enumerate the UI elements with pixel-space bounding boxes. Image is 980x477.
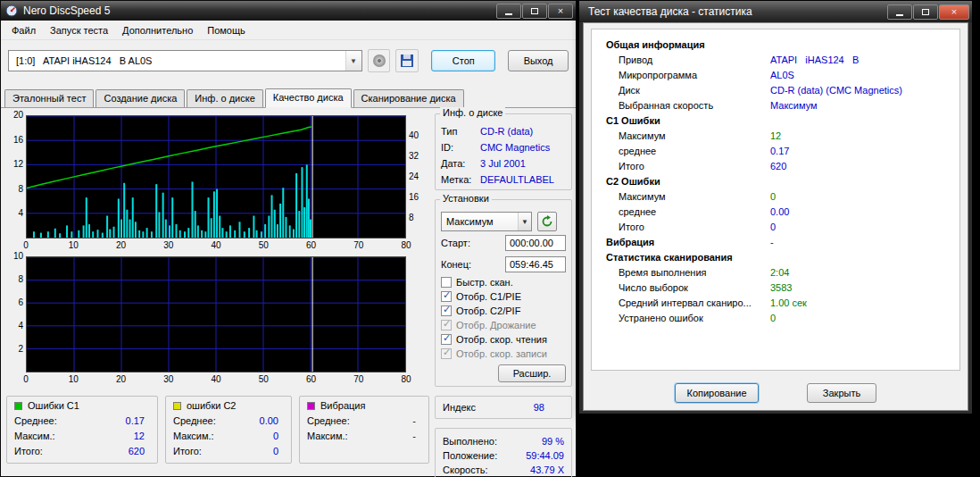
vibration-avg-label: Среднее: — [307, 415, 350, 426]
axis-tick-label: 16 — [13, 135, 23, 145]
axis-tick-label: 10 — [69, 240, 79, 250]
drive-selector[interactable]: [1:0] ATAPI iHAS124 B AL0S ▼ — [8, 50, 362, 71]
c1-chart-x-axis: 01020304050607080 — [26, 238, 406, 253]
maximize-icon — [922, 9, 929, 15]
disc-date-label: Дата: — [441, 158, 480, 169]
minimize-button[interactable] — [887, 4, 912, 20]
c1-box-title: Ошибки C1 — [28, 400, 79, 411]
menu-help[interactable]: Помощь — [200, 22, 253, 38]
axis-tick-label: 40 — [211, 374, 220, 384]
tab-disc-info[interactable]: Инф. о диске — [187, 89, 262, 107]
checkbox-fast-scan[interactable]: Быстр. скан. — [441, 275, 566, 289]
c2-chart-right-axis — [406, 256, 429, 372]
axis-tick-label: 2 — [18, 344, 23, 354]
checkbox-icon — [441, 291, 452, 302]
exit-button[interactable]: Выход — [508, 50, 569, 71]
close-icon: × — [558, 6, 563, 16]
settings-header: Установки — [440, 193, 492, 204]
stat-label: Микропрограмма — [619, 70, 770, 80]
checkbox-show-read-speed[interactable]: Отобр. скор. чтения — [441, 332, 566, 347]
start-label: Старт: — [441, 238, 470, 248]
position-value: 59:44.09 — [526, 450, 564, 461]
toolbar: [1:0] ATAPI iHAS124 B AL0S ▼ Стоп Выход — [1, 40, 576, 81]
c2-color-swatch — [173, 402, 181, 410]
disc-button[interactable] — [368, 49, 391, 72]
checkbox-label: Отобр. C2/PIF — [456, 305, 520, 316]
c1-max-label: Максим.: — [14, 431, 55, 441]
stat-label: Диск — [619, 85, 770, 96]
side-panel: Инф. о диске ТипCD-R (data) ID:CMC Magne… — [435, 113, 572, 477]
start-input[interactable]: 000:00.00 — [505, 235, 566, 251]
c1-total-value: 620 — [129, 446, 145, 456]
title-bar[interactable]: Тест качества диска - статистика × — [579, 1, 972, 22]
maximize-button[interactable] — [913, 4, 938, 20]
tab-scan-disc[interactable]: Сканирование диска — [353, 89, 464, 107]
stat-value: 0 — [770, 222, 776, 232]
stat-value: 0.17 — [770, 146, 789, 156]
vibration-avg-value: - — [412, 415, 416, 426]
stop-button[interactable]: Стоп — [431, 50, 495, 71]
stat-value: - — [770, 237, 774, 247]
copy-button[interactable]: Копирование — [675, 383, 759, 403]
save-button[interactable] — [395, 49, 419, 72]
menu-extra[interactable]: Дополнительно — [115, 22, 200, 38]
checkbox-show-write-speed: Отобр. скор. записи — [441, 347, 566, 361]
tab-create-disc[interactable]: Создание диска — [96, 89, 185, 107]
tab-disc-quality[interactable]: Качество диска — [265, 88, 352, 108]
menu-bar: Файл Запуск теста Дополнительно Помощь — [1, 21, 576, 40]
maximize-button[interactable] — [522, 4, 547, 19]
menu-run-test[interactable]: Запуск теста — [43, 22, 115, 38]
progress-group: Выполнено:99 % Положение:59:44.09 Скорос… — [435, 428, 572, 477]
axis-tick-label: 8 — [18, 274, 23, 284]
chevron-down-icon[interactable]: ▼ — [345, 51, 361, 71]
stat-label: среднее — [619, 146, 770, 156]
stat-value: ATAPI iHAS124 B — [770, 54, 859, 65]
axis-tick-label: 20 — [13, 110, 23, 120]
checkbox-icon — [441, 320, 452, 331]
speed-select-value: Максимум — [446, 216, 494, 227]
axis-tick-label: 8 — [18, 184, 23, 194]
vibration-box-title: Вибрация — [320, 400, 365, 411]
done-label: Выполнено: — [443, 436, 497, 447]
c2-chart-left-axis: 108642 — [3, 256, 26, 372]
checkbox-show-c2[interactable]: Отобр. C2/PIF — [441, 304, 566, 318]
stat-label: Итого — [619, 161, 770, 172]
minimize-button[interactable] — [496, 4, 521, 19]
axis-tick-label: 24 — [409, 172, 419, 181]
stat-label: Устранено ошибок — [619, 313, 770, 323]
refresh-button[interactable] — [537, 212, 557, 231]
checkbox-show-c1[interactable]: Отобр. C1/PIE — [441, 289, 566, 304]
refresh-icon — [541, 215, 553, 228]
stat-value: 0 — [770, 191, 776, 202]
close-button[interactable]: × — [548, 4, 573, 19]
stat-label: среднее — [619, 206, 770, 217]
stat-value: Максимум — [770, 100, 818, 111]
axis-tick-label: 0 — [23, 240, 29, 250]
vibration-max-label: Максим.: — [307, 431, 348, 441]
checkbox-label: Отобр. скор. записи — [456, 348, 547, 359]
tab-benchmark[interactable]: Эталонный тест — [4, 89, 94, 107]
speed-select[interactable]: Максимум ▼ — [441, 212, 532, 231]
axis-tick-label: 20 — [116, 240, 126, 250]
close-button[interactable]: × — [939, 4, 969, 20]
settings-group: Установки Максимум ▼ Старт: 000:00.00 Ко… — [435, 199, 572, 387]
axis-tick-label: 30 — [163, 240, 173, 250]
c1-error-chart: 20161284 403224168 01020304050607080 — [3, 115, 429, 253]
stat-label: Максимум — [619, 191, 770, 202]
axis-tick-label: 80 — [401, 240, 411, 250]
section-c2: C2 Ошибки — [606, 176, 770, 187]
title-bar[interactable]: Nero DiscSpeed 5 × — [1, 1, 576, 21]
axis-tick-label: 60 — [306, 374, 316, 384]
close-dialog-button[interactable]: Закрыть — [807, 383, 876, 403]
speed-label: Скорость: — [443, 464, 488, 475]
stat-label: Число выборок — [619, 282, 770, 293]
end-input[interactable]: 059:46.45 — [505, 256, 566, 272]
position-label: Положение: — [443, 450, 497, 461]
disc-label-label: Метка: — [441, 174, 480, 185]
statistics-client: Общая информация ПриводATAPI iHAS124 B М… — [583, 22, 968, 411]
advanced-button[interactable]: Расшир. — [498, 364, 566, 382]
menu-file[interactable]: Файл — [4, 22, 43, 38]
c1-max-value: 12 — [134, 431, 145, 441]
c2-chart-x-axis: 01020304050607080 — [26, 372, 406, 387]
axis-tick-label: 16 — [409, 192, 419, 202]
